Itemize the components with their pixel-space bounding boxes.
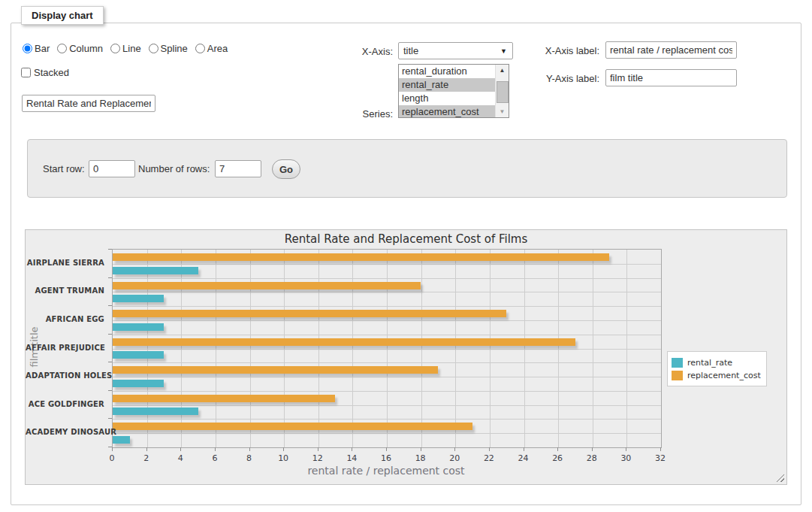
grid-line-horizontal [113,292,661,292]
bar-rental-rate-3 [113,351,164,359]
x-axis-title: rental rate / replacement cost [112,465,660,477]
grid-line-horizontal [113,264,661,265]
category-label: ADAPTATION HOLES [26,371,104,380]
bar-rental-rate-4 [113,380,164,387]
start-row-label: Start row: [43,163,85,174]
chevron-down-icon: ▼ [500,47,512,55]
scroll-up-icon[interactable]: ▲ [496,65,509,76]
y-axis-tick [108,418,112,419]
stacked-checkbox[interactable] [21,68,31,77]
bar-replacement-cost-3 [113,338,575,346]
x-axis-tick [421,447,421,451]
radio-column[interactable] [57,44,67,53]
bar-replacement-cost-1 [113,282,421,289]
row-range-panel: Start row: Number of rows: Go [27,139,787,198]
y-axis-tick [108,334,112,335]
radio-area[interactable] [195,44,205,53]
stacked-label: Stacked [34,67,69,78]
start-row-input[interactable] [89,160,135,177]
x-tick-label: 8 [238,453,261,463]
bar-rental-rate-6 [113,436,130,444]
radio-label: Spline [161,43,188,54]
grid-line-horizontal [113,391,661,392]
scrollbar[interactable]: ▲ ▼ [495,65,509,117]
resize-handle-icon[interactable] [776,474,784,482]
x-axis-tick [112,447,113,451]
radio-spline[interactable] [149,44,158,53]
x-axis-tick [454,447,455,451]
series-option-rental_rate[interactable]: rental_rate [399,78,509,92]
grid-line-horizontal [113,335,661,335]
category-label: AIRPLANE SIERRA [26,259,104,267]
chart-title-input[interactable] [22,95,155,112]
x-axis-selected-value: title [399,45,500,56]
chart-type-option-bar[interactable]: Bar [23,43,50,54]
x-axis-tick [352,447,352,451]
grid-line-horizontal [113,320,661,321]
x-axis-tick [489,447,490,451]
go-button[interactable]: Go [272,159,300,179]
grid-line-horizontal [113,405,661,406]
x-axis-tick [386,447,387,451]
x-tick-label: 10 [272,453,294,463]
category-label: AFFAIR PREJUDICE [26,344,104,352]
scrollbar-thumb[interactable] [497,81,509,103]
grid-line-horizontal [113,419,661,420]
y-axis-tick [108,390,112,391]
series-option-replacement_cost[interactable]: replacement_cost [399,105,509,118]
number-of-rows-input[interactable] [215,160,261,177]
category-label: ACE GOLDFINGER [26,400,104,408]
y-axis-tick [108,277,112,278]
chart-type-option-column[interactable]: Column [57,43,103,54]
x-axis-tick [557,447,558,451]
x-axis-label-label: X-Axis label: [533,45,599,56]
x-tick-label: 14 [340,453,363,463]
bar-rental-rate-1 [113,295,164,302]
series-option-rental_duration[interactable]: rental_duration [399,65,509,78]
chart-title: Rental Rate and Replacement Cost of Film… [26,232,786,246]
x-tick-label: 12 [306,453,329,463]
grid-line-horizontal [113,377,661,377]
x-axis-tick [524,447,524,451]
x-tick-label: 30 [614,453,637,463]
x-tick-label: 24 [512,453,535,463]
chart-panel: Rental Rate and Replacement Cost of Film… [25,229,787,485]
scroll-down-icon[interactable]: ▼ [496,106,509,117]
chart-type-option-line[interactable]: Line [110,43,141,54]
chart-type-option-area[interactable]: Area [195,43,228,54]
x-axis-tick [283,447,284,451]
legend-item-rental_rate: rental_rate [672,356,761,368]
grid-line-horizontal [113,433,661,434]
x-axis-tick [660,447,661,451]
bar-replacement-cost-6 [113,423,472,430]
x-axis-select[interactable]: title ▼ [398,42,513,59]
series-listbox[interactable]: rental_durationrental_ratelengthreplacem… [398,64,509,118]
radio-line[interactable] [110,44,120,53]
radio-label: Bar [35,43,50,54]
x-tick-label: 26 [546,453,569,463]
radio-bar[interactable] [23,44,32,53]
bar-rental-rate-5 [113,407,198,415]
y-axis-label-label: Y-Axis label: [533,73,599,84]
x-tick-label: 32 [649,453,672,463]
x-axis-tick [626,447,626,451]
stacked-option: Stacked [21,67,69,78]
radio-label: Line [122,43,141,54]
bar-replacement-cost-0 [113,253,609,261]
y-axis-label-input[interactable] [605,69,737,86]
number-of-rows-label: Number of rows: [138,163,210,174]
chart-type-option-spline[interactable]: Spline [149,43,188,54]
legend-label: rental_rate [687,358,732,368]
legend-swatch [672,358,683,368]
series-label: Series: [331,108,393,120]
x-axis-tick [318,447,318,451]
plot-area [112,249,662,448]
x-axis-select-label: X-Axis: [331,46,393,57]
x-tick-label: 2 [135,453,158,463]
grid-line-horizontal [113,306,661,307]
x-axis-tick [146,447,147,451]
x-axis-label-input[interactable] [605,41,737,59]
category-label: ACADEMY DINOSAUR [26,428,104,436]
panel-title: Display chart [21,6,104,25]
series-option-length[interactable]: length [399,92,509,105]
